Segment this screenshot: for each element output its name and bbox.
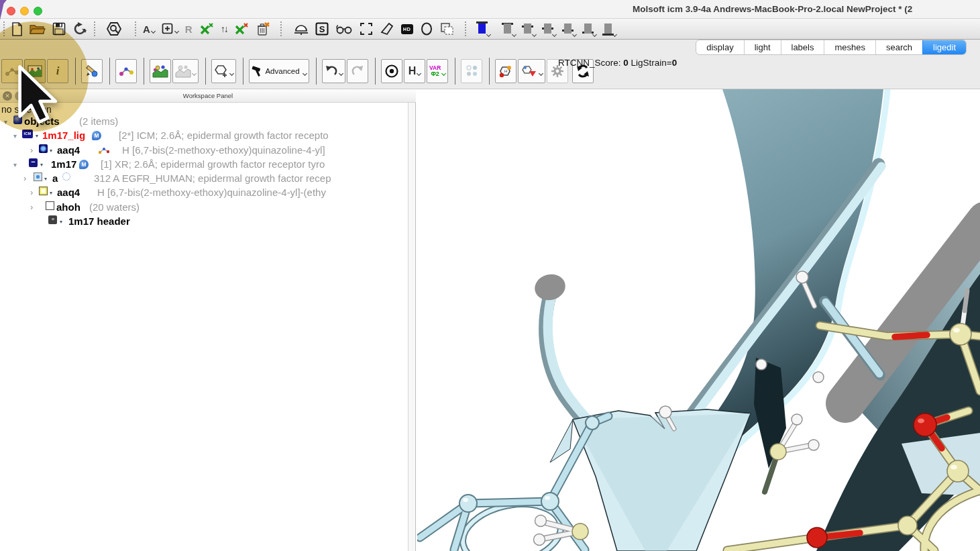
chevron-expanded-icon[interactable]: ▾ xyxy=(4,118,7,126)
tree-row-1m17[interactable]: ▾ − ▾ 1m17 M [1] XR; 2.6Å; epidermal gro… xyxy=(0,158,406,172)
workspace-panel-header[interactable]: Workspace Panel xyxy=(0,89,416,103)
panel-close-icon[interactable]: ✕ xyxy=(3,91,12,101)
dropdown-caret-icon[interactable]: ▾ xyxy=(50,190,52,196)
unselect-button[interactable] xyxy=(231,19,252,38)
rep-style-3-button[interactable] xyxy=(540,20,556,38)
green-x-select-icon xyxy=(199,22,214,36)
sort-button[interactable]: ↑↓ xyxy=(217,19,231,38)
object-name[interactable]: 1m17 header xyxy=(68,215,130,227)
chevron-collapsed-icon[interactable]: › xyxy=(30,187,33,197)
title-bar[interactable]: Molsoft icm 3.9-4a Andrews-MacBook-Pro-2… xyxy=(0,0,980,19)
add-fragment-button[interactable] xyxy=(211,59,236,83)
hd-icon: HD xyxy=(401,24,413,34)
advanced-label: Advanced xyxy=(265,67,299,75)
tab-ligedit[interactable]: ligedit xyxy=(922,40,966,54)
viewport-3d[interactable] xyxy=(417,89,980,551)
circle-icon xyxy=(420,22,433,36)
dropdown-caret-icon[interactable]: ▾ xyxy=(60,219,62,225)
tree-row-chain-a[interactable]: › ▾ a 312 A EGFR_HUMAN; epidermal growth… xyxy=(0,172,406,187)
object-name[interactable]: aaq4 xyxy=(57,187,80,198)
rep-style-6-button[interactable] xyxy=(600,20,616,38)
chevron-collapsed-icon[interactable]: › xyxy=(30,202,33,212)
stereo-button[interactable] xyxy=(332,19,356,38)
object-name[interactable]: 1m17_lig xyxy=(42,130,85,141)
perspective-button[interactable] xyxy=(376,19,398,38)
tree-row-aaq4[interactable]: › ▾ aaq4 H [6,7-bis(2-methoxy-ethoxy)qui… xyxy=(0,187,406,201)
chevron-down-icon xyxy=(151,28,156,33)
workspace-scrollbar[interactable] xyxy=(408,103,415,551)
duplicate-view-button[interactable] xyxy=(437,19,458,38)
dropdown-caret-icon[interactable]: ▾ xyxy=(50,148,52,154)
rep-style-4-button[interactable] xyxy=(560,20,576,38)
ligedit-toolbar: i xyxy=(1,58,595,85)
object-name[interactable]: ahoh xyxy=(56,201,80,213)
hd-quality-button[interactable]: HD xyxy=(398,19,417,38)
new-document-button[interactable] xyxy=(8,19,26,38)
tab-search[interactable]: search xyxy=(875,40,922,54)
dropdown-caret-icon[interactable]: ▾ xyxy=(40,162,43,168)
fullscreen-button[interactable] xyxy=(356,19,376,38)
table-molecule-gray-button[interactable] xyxy=(172,59,199,83)
tab-labels[interactable]: labels xyxy=(781,40,824,54)
close-window-icon[interactable] xyxy=(7,7,15,15)
atoms-grid-button[interactable] xyxy=(461,59,482,83)
select-all-button[interactable] xyxy=(196,19,217,38)
hydrogens-button[interactable]: H xyxy=(404,59,425,83)
object-name[interactable]: aaq4 xyxy=(57,144,80,156)
tab-meshes[interactable]: meshes xyxy=(824,40,875,54)
rep-style-wire-button[interactable] xyxy=(474,20,490,38)
chevron-collapsed-icon[interactable]: › xyxy=(23,173,26,183)
redo-icon xyxy=(351,64,364,78)
label-font-button[interactable]: A xyxy=(140,19,158,38)
tab-light[interactable]: light xyxy=(744,40,781,54)
edit-ligand-button[interactable] xyxy=(81,59,103,83)
delete-button[interactable] xyxy=(252,19,274,38)
object-name[interactable]: a xyxy=(52,172,58,184)
variables-button[interactable]: VAR Φ2 xyxy=(427,59,448,83)
chevron-expanded-icon[interactable]: ▾ xyxy=(13,132,17,140)
pocket-atoms-button[interactable]: H xyxy=(495,59,516,83)
minimize-window-icon[interactable] xyxy=(20,7,29,15)
redo-button[interactable] xyxy=(347,59,368,83)
pocket-surface-button[interactable] xyxy=(518,59,545,83)
advanced-button[interactable]: Advanced xyxy=(249,59,309,83)
occupancy-button[interactable] xyxy=(417,19,437,38)
chevron-expanded-icon[interactable]: ▾ xyxy=(13,161,17,168)
open-file-button[interactable] xyxy=(26,19,49,38)
object-desc: (20 waters) xyxy=(89,201,140,213)
sync-button[interactable] xyxy=(69,19,91,38)
icm-badge-icon: ICM xyxy=(22,130,33,138)
ligand-checkbox-icon[interactable] xyxy=(39,187,48,195)
tab-display[interactable]: display xyxy=(696,40,743,54)
tree-row-aaq4-lig[interactable]: › ▾ aaq4 H [6,7-bis(2-methoxy-ethoxy)qui… xyxy=(0,144,406,158)
table-molecule-button[interactable] xyxy=(150,59,171,83)
torsion-target-button[interactable] xyxy=(381,59,402,83)
tree-row-1m17-lig[interactable]: ▾ ICM ▾ 1m17_lig M [2*] ICM; 2.6Å; epide… xyxy=(0,130,406,144)
ligand-properties-button[interactable] xyxy=(115,59,137,83)
chevron-collapsed-icon[interactable]: › xyxy=(30,145,33,155)
rep-style-5-button[interactable] xyxy=(580,20,596,38)
tree-row-1m17-header[interactable]: ‹› ▾ 1m17 header xyxy=(0,215,406,230)
residue-label-button[interactable]: R xyxy=(182,19,196,38)
dropdown-caret-icon[interactable]: ▾ xyxy=(44,176,47,182)
chain-checkbox-icon[interactable] xyxy=(34,172,42,181)
rep-style-1-button[interactable] xyxy=(500,20,516,38)
undo-button[interactable] xyxy=(322,59,345,83)
database-search-button[interactable] xyxy=(103,19,125,38)
chevron-down-icon xyxy=(303,70,307,75)
tree-row-objects[interactable]: ▾ objects (2 items) xyxy=(0,115,406,130)
dropdown-caret-icon[interactable]: ▾ xyxy=(36,133,38,139)
hydrogen-h-icon: H xyxy=(409,65,417,77)
rep-style-2-button[interactable] xyxy=(520,20,536,38)
display-style-button[interactable] xyxy=(290,19,312,38)
chevron-down-icon xyxy=(192,70,197,75)
add-label-button[interactable] xyxy=(158,19,182,38)
object-name[interactable]: 1m17 xyxy=(51,158,76,170)
separator xyxy=(455,58,455,85)
save-button[interactable] xyxy=(49,19,69,38)
surface-button[interactable]: S xyxy=(312,19,332,38)
waters-checkbox-icon[interactable] xyxy=(46,201,54,210)
separator xyxy=(205,58,206,85)
zoom-window-icon[interactable] xyxy=(34,7,42,15)
tree-row-ahoh[interactable]: › ahoh (20 waters) xyxy=(0,201,406,215)
